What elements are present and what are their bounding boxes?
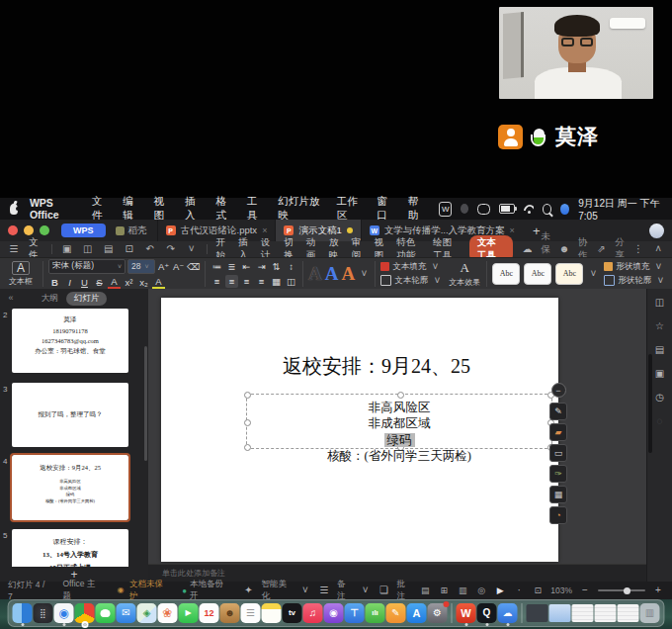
indent-icon[interactable]: ⇥ — [255, 260, 268, 273]
justify-icon[interactable]: ≡ — [255, 275, 268, 288]
dock-minimized-window[interactable] — [595, 604, 617, 622]
menu-app-name[interactable]: WPS Office — [30, 197, 79, 221]
slide-sorter-icon[interactable]: ⊞ — [438, 584, 450, 596]
shape-style-3[interactable]: Abc — [555, 263, 583, 285]
menu-file[interactable]: 文件 — [92, 195, 110, 223]
search-icon[interactable] — [543, 204, 552, 215]
dock-tv-icon[interactable] — [283, 603, 302, 623]
dock-settings-icon[interactable] — [428, 603, 448, 623]
redo-icon[interactable]: ↷ — [165, 243, 177, 255]
distribute-icon[interactable]: ▦ — [270, 275, 283, 288]
quickbar-dropdown-icon[interactable]: ˅ — [186, 243, 198, 255]
bold-button[interactable]: B — [48, 276, 61, 289]
collaborate-icon[interactable]: ☻ — [558, 243, 570, 255]
docer-button[interactable]: 稻壳 — [116, 225, 147, 237]
insert-textbox-button[interactable]: A 文本框 — [4, 261, 38, 287]
hamburger-icon[interactable]: ☰ — [8, 243, 20, 255]
dock-music-icon[interactable] — [303, 603, 323, 623]
wifi-icon[interactable] — [524, 205, 534, 214]
increase-font-icon[interactable]: A⁺ — [157, 260, 170, 273]
cast-icon[interactable]: ◎ — [475, 584, 487, 596]
dock-minimized-window-dark[interactable] — [527, 604, 548, 622]
zoom-out-icon[interactable]: − — [579, 584, 591, 596]
dock-reminders-icon[interactable] — [241, 603, 261, 623]
zoom-in-icon[interactable]: + — [652, 584, 664, 596]
undo-icon[interactable]: ↶ — [144, 243, 156, 255]
numbered-list-icon[interactable]: ≣ — [225, 260, 238, 273]
selected-text[interactable]: 绿码 — [384, 433, 415, 447]
highlight-color-button[interactable]: A — [152, 276, 165, 289]
superscript-button[interactable]: x² — [123, 276, 135, 289]
font-family-select[interactable]: 宋体 (标题) ˅ — [48, 259, 126, 274]
line-spacing-icon[interactable]: ↕ — [285, 260, 297, 273]
font-size-select[interactable]: 28 ˅ — [127, 259, 155, 274]
open-icon[interactable]: ◫ — [82, 243, 94, 255]
slide-title[interactable]: 返校安排：9月24、25 — [201, 353, 552, 380]
menu-format[interactable]: 格式 — [216, 195, 234, 223]
collapse-ribbon-icon[interactable]: ˄ — [652, 243, 664, 255]
dock-netdisk-icon[interactable] — [498, 603, 518, 623]
reading-view-icon[interactable]: ▥ — [457, 584, 468, 596]
body-line-4[interactable]: 核酸：(省外同学三天两检) — [246, 448, 552, 465]
normal-view-icon[interactable]: ▤ — [419, 584, 431, 596]
italic-button[interactable]: I — [63, 276, 76, 289]
dock-chrome-icon[interactable] — [75, 603, 95, 623]
favorites-icon[interactable]: ☆ — [654, 320, 666, 332]
more-tools-icon[interactable]: ◌ — [654, 415, 666, 427]
menubar-clock[interactable]: 9月12日 周一 下午7:05 — [578, 197, 662, 222]
dock-pages-icon[interactable] — [386, 603, 406, 623]
image-library-icon[interactable]: ▣ — [654, 368, 666, 380]
shape-style-2[interactable]: Abc — [524, 263, 551, 285]
menu-view[interactable]: 视图 — [154, 195, 172, 223]
close-tab-icon[interactable]: × — [510, 225, 515, 235]
close-tab-icon[interactable]: × — [262, 225, 267, 235]
zoom-window-button[interactable] — [40, 225, 49, 235]
clear-format-icon[interactable]: ⌫ — [187, 260, 200, 273]
templates-icon[interactable]: ▤ — [654, 344, 666, 356]
align-right-icon[interactable]: ≡ — [240, 275, 253, 288]
text-outline-button[interactable]: 文本轮廓 ˅ — [380, 275, 443, 287]
dock-minimized-window[interactable] — [618, 604, 639, 622]
slide-thumbnail-3[interactable]: 报到了吗，整理了吗？ — [12, 383, 128, 447]
columns-icon[interactable]: ◫ — [285, 275, 297, 288]
dock-finder-icon[interactable] — [13, 603, 33, 623]
zoom-slider[interactable] — [598, 589, 645, 591]
dock-maps-icon[interactable] — [137, 603, 157, 623]
wps-home-button[interactable]: WPS — [61, 224, 106, 237]
input-method-icon[interactable] — [461, 204, 468, 214]
bullet-list-icon[interactable]: ≔ — [210, 260, 223, 273]
panel-scrollbar[interactable] — [144, 346, 147, 461]
tab-outline[interactable]: 大纲 — [42, 293, 58, 305]
dock-keynote-icon[interactable] — [345, 603, 365, 623]
export-icon[interactable]: ⊡ — [124, 243, 135, 255]
quick-screen-icon[interactable]: ▭ — [549, 444, 567, 462]
dock-facetime-icon[interactable] — [179, 603, 199, 623]
play-slideshow-icon[interactable]: ▶ — [494, 584, 506, 596]
slide-4[interactable]: 返校安排：9月24、25 非高风险区 非成都区域 绿码 核酸：(省外同学三天两检… — [161, 298, 558, 562]
menu-insert[interactable]: 插入 — [185, 195, 203, 223]
share-icon[interactable]: ⇗ — [596, 243, 608, 255]
preset-dropdown-icon[interactable]: ˅ — [358, 268, 370, 280]
play-options-dot[interactable]: · — [513, 584, 525, 596]
preset-style-1[interactable]: A — [308, 264, 322, 283]
slide-thumbnail-4-selected[interactable]: 返校安排：9月24、25 非高风险区 非成都区域 绿码 核酸：(省外同学三天两检… — [12, 455, 128, 520]
dock-launchpad-icon[interactable] — [34, 603, 53, 623]
text-direction-icon[interactable]: ⇅ — [270, 260, 283, 273]
chevron-down-icon[interactable]: ˅ — [360, 584, 372, 596]
quick-color-icon[interactable]: ◔ — [549, 506, 567, 524]
dock-minimized-window-blue[interactable] — [549, 604, 571, 622]
menu-tools[interactable]: 工具 — [247, 195, 265, 223]
tab-slides[interactable]: 幻灯片 — [66, 292, 108, 306]
dock-qq-icon[interactable] — [477, 603, 497, 623]
shape-fill-button[interactable]: 形状填充 ˅ — [604, 261, 666, 273]
resize-handle[interactable] — [397, 392, 404, 399]
body-line-1[interactable]: 非高风险区 — [246, 400, 552, 416]
siri-icon[interactable] — [560, 204, 569, 215]
control-center-icon[interactable] — [477, 204, 490, 215]
underline-button[interactable]: U — [78, 276, 91, 289]
dock-wps-icon[interactable] — [457, 603, 476, 623]
body-line-3[interactable]: 绿码 — [246, 432, 552, 449]
quick-fill-icon[interactable]: ▰ — [549, 423, 567, 441]
quick-effect-icon[interactable]: ✑ — [549, 465, 567, 483]
dock-mail-icon[interactable] — [117, 603, 136, 623]
